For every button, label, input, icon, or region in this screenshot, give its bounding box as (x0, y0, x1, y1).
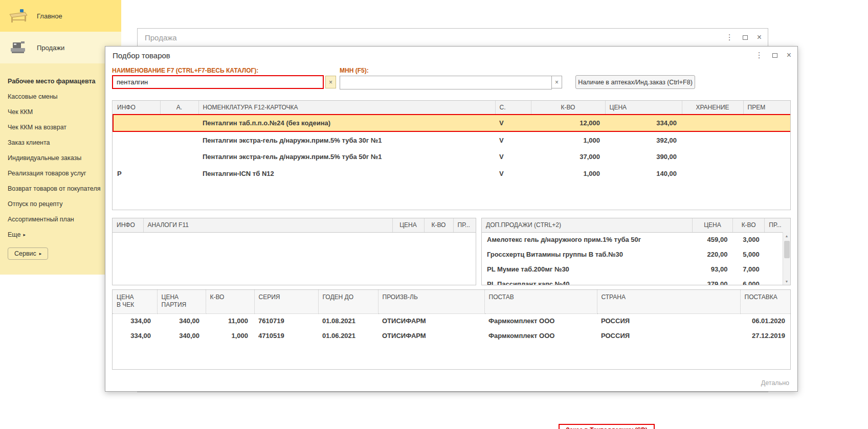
maximize-icon[interactable] (743, 35, 748, 40)
col-price-check: ЦЕНА В ЧЕК (113, 290, 157, 313)
cell-storage (682, 148, 743, 165)
batch-row[interactable]: 334,00 340,00 11,000 7610719 01.08.2021 … (113, 313, 791, 328)
cell-manufacturer: ОТИСИФАРМ (378, 328, 484, 343)
cell-price: 140,00 (605, 165, 682, 182)
cross-sell-row[interactable]: Гроссхертц Витамины группы В таб.№30 220… (482, 247, 790, 262)
dialog-title: Подбор товаров (113, 51, 170, 60)
cell-qty: 1,000 (531, 131, 605, 148)
cell-info (113, 131, 160, 148)
cross-sell-header-row: ДОП.ПРОДАЖИ (CTRL+2) ЦЕНА К-ВО ПР... (482, 218, 790, 232)
col-expiry: ГОДЕН ДО (318, 290, 378, 313)
cell-name: Амелотекс гель д/наружного прим.1% туба … (482, 232, 693, 247)
product-row[interactable]: Р Пенталгин-ICN тб N12 V 1,000 140,00 (113, 165, 791, 182)
pharmacy-app: Главное Продажи Рабочее место фармацевта… (0, 0, 868, 429)
product-row[interactable]: Пенталгин экстра-гель д/наружн.прим.5% т… (113, 131, 791, 148)
cell-price-batch: 340,00 (157, 328, 206, 343)
chevron-right-icon: ▸ (39, 251, 42, 256)
sidebar: Главное Продажи Рабочее место фармацевта… (0, 0, 121, 275)
analogs-header-row: ИНФО АНАЛОГИ F11 ЦЕНА К-ВО ПР... (113, 218, 476, 232)
maximize-icon[interactable] (772, 53, 777, 58)
cell-name: Пенталгин экстра-гель д/наружн.прим.5% т… (198, 148, 495, 165)
sidebar-item-pharmacist-workplace[interactable]: Рабочее место фармацевта (8, 74, 121, 89)
col-qty: К-ВО (206, 290, 254, 313)
sidebar-item-cash-shifts[interactable]: Кассовые смены (8, 89, 121, 104)
analogs-table: ИНФО АНАЛОГИ F11 ЦЕНА К-ВО ПР... (112, 218, 476, 285)
more-menu-icon[interactable]: ⋮ (726, 33, 733, 42)
cross-sell-table: ДОП.ПРОДАЖИ (CTRL+2) ЦЕНА К-ВО ПР... Аме… (481, 218, 791, 285)
col-pr: ПР... (765, 218, 790, 232)
scroll-up-icon[interactable]: ▲ (783, 232, 790, 239)
col-manufacturer: ПРОИЗВ-ЛЬ (378, 290, 484, 313)
search-input[interactable] (112, 75, 324, 89)
sidebar-item-goods-services-sale[interactable]: Реализация товаров услуг (8, 166, 121, 181)
desk-icon (7, 8, 30, 24)
sidebar-item-client-order[interactable]: Заказ клиента (8, 135, 121, 150)
col-delivery: ПОСТАВКА (740, 290, 791, 313)
cell-name: PL Мумие таб.200мг №30 (482, 262, 693, 277)
sidebar-item-more[interactable]: Еще ▸ (8, 227, 121, 242)
sidebar-menu: Рабочее место фармацевта Кассовые смены … (0, 63, 121, 260)
cell-prem (743, 148, 791, 165)
support-order-link[interactable]: Заказ в Техподдержку (SD) (559, 424, 655, 429)
cell-series: 4710519 (254, 328, 318, 343)
cell-qty: 6,000 (732, 277, 764, 285)
vertical-scrollbar[interactable]: ▲ ▼ (783, 232, 790, 285)
dialog-controls: ⋮ × (755, 51, 791, 60)
cell-name: Гроссхертц Витамины группы В таб.№30 (482, 247, 693, 262)
cell-name: Пенталгин таб.п.п.о.№24 (без кодеина) (198, 115, 495, 131)
col-analogs: АНАЛОГИ F11 (143, 218, 392, 232)
batch-row[interactable]: 334,00 340,00 1,000 4710519 01.06.2021 О… (113, 328, 791, 343)
clear-search-icon[interactable]: × (325, 76, 336, 88)
cell-supplier: Фармкомплект ООО (484, 313, 597, 328)
col-pr: ПР... (453, 218, 476, 232)
service-label: Сервис (14, 250, 36, 257)
cell-storage (682, 115, 743, 131)
more-menu-icon[interactable]: ⋮ (755, 51, 763, 60)
cross-sell-row[interactable]: PL Пассиплант капс №40 379,00 6,000 (482, 277, 790, 285)
cell-price-batch: 340,00 (157, 313, 206, 328)
cell-price: 459,00 (693, 232, 733, 247)
cell-supplier: Фармкомплект ООО (484, 328, 597, 343)
cell-qty: 12,000 (531, 115, 605, 131)
scroll-thumb[interactable] (784, 241, 790, 258)
mnn-input[interactable] (340, 76, 552, 89)
dialog-titlebar: Подбор товаров ⋮ × (105, 47, 797, 64)
detail-link[interactable]: Детально (761, 379, 789, 387)
cell-c: V (495, 131, 531, 148)
sidebar-item-kkm-check[interactable]: Чек ККМ (8, 104, 121, 120)
sidebar-section-sales[interactable]: Продажи (0, 32, 121, 63)
product-row-selected[interactable]: Пенталгин таб.п.п.о.№24 (без кодеина) V … (113, 115, 791, 131)
cell-price-check: 334,00 (113, 328, 157, 343)
col-price: ЦЕНА (605, 101, 682, 115)
cell-price: 379,00 (693, 277, 733, 285)
cell-country: РОССИЯ (597, 328, 740, 343)
close-icon[interactable]: × (787, 51, 791, 60)
cross-sell-row[interactable]: Амелотекс гель д/наружного прим.1% туба … (482, 232, 790, 247)
service-button[interactable]: Сервис ▸ (8, 247, 48, 260)
sidebar-section-main[interactable]: Главное (0, 0, 121, 32)
availability-button[interactable]: Наличие в аптеках/Инд.заказ (Ctrl+F8) (575, 75, 695, 89)
cell-price: 392,00 (605, 131, 682, 148)
col-price-batch: ЦЕНА ПАРТИЯ (157, 290, 206, 313)
cell-delivery: 27.12.2019 (740, 328, 791, 343)
clear-mnn-icon[interactable]: × (551, 76, 562, 88)
sidebar-item-prescription-dispense[interactable]: Отпуск по рецепту (8, 196, 121, 212)
product-row[interactable]: Пенталгин экстра-гель д/наружн.прим.5% т… (113, 148, 791, 165)
sidebar-item-customer-returns[interactable]: Возврат товаров от покупателя (8, 181, 121, 196)
col-price: ЦЕНА (392, 218, 424, 232)
sidebar-item-kkm-check-return[interactable]: Чек ККМ на возврат (8, 120, 121, 135)
cell-qty: 1,000 (206, 328, 254, 343)
cell-qty: 5,000 (732, 247, 764, 262)
sidebar-item-individual-orders[interactable]: Индивидуальные заказы (8, 150, 121, 166)
cell-delivery: 06.01.2020 (740, 313, 791, 328)
scroll-down-icon[interactable]: ▼ (783, 278, 790, 285)
cross-sell-row[interactable]: PL Мумие таб.200мг №30 93,00 7,000 (482, 262, 790, 277)
cell-a (160, 165, 198, 182)
sale-window-controls: ⋮ × (726, 33, 762, 42)
col-cross-sell: ДОП.ПРОДАЖИ (CTRL+2) (482, 218, 693, 232)
sidebar-item-assortment-plan[interactable]: Ассортиментный план (8, 212, 121, 227)
cell-series: 7610719 (254, 313, 318, 328)
col-info: ИНФО (113, 101, 160, 115)
cell-qty: 7,000 (732, 262, 764, 277)
close-icon[interactable]: × (757, 33, 762, 42)
